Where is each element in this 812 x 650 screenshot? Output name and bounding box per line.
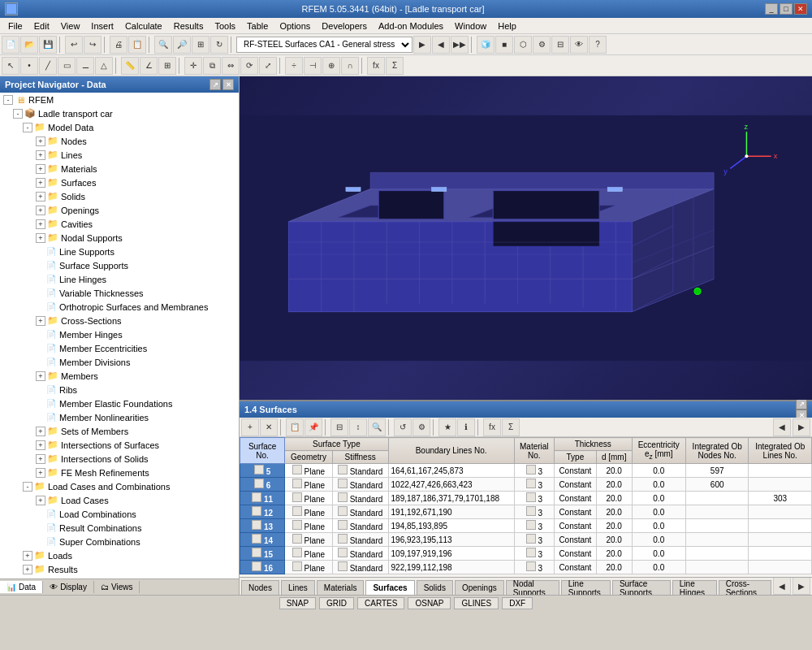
menu-edit[interactable]: Edit <box>29 20 54 32</box>
tab-scroll-left[interactable]: ◀ <box>773 577 791 595</box>
tree-item-materials[interactable]: + 📁 Materials <box>0 162 239 176</box>
expand-materials[interactable]: + <box>36 164 45 174</box>
menu-window[interactable]: Window <box>450 20 491 32</box>
expand-nodes[interactable]: + <box>36 136 45 146</box>
expand-nodal-supports[interactable]: + <box>36 233 45 243</box>
tb-help[interactable]: ? <box>589 36 607 54</box>
menu-file[interactable]: File <box>3 20 28 32</box>
tb-redo[interactable]: ↪ <box>84 36 102 54</box>
panel-float[interactable]: ↗ <box>209 79 221 90</box>
tb2-boolean[interactable]: ∩ <box>341 57 359 75</box>
tb-open[interactable]: 📂 <box>20 36 38 54</box>
tab-solids[interactable]: Solids <box>417 580 453 595</box>
menu-calculate[interactable]: Calculate <box>120 20 167 32</box>
tree-item-surface-supports[interactable]: 📄 Surface Supports <box>0 258 239 272</box>
tree-item-member-nonlinearities[interactable]: 📄 Member Nonlinearities <box>0 410 239 424</box>
dt-next[interactable]: ▶ <box>793 418 810 436</box>
status-grid[interactable]: GRID <box>319 597 354 609</box>
tree-item-nodes[interactable]: + 📁 Nodes <box>0 134 239 148</box>
expand-cavities[interactable]: + <box>36 219 45 229</box>
expand-members[interactable]: + <box>36 371 45 381</box>
expand-rfem[interactable]: - <box>3 95 13 105</box>
tb-render[interactable]: ■ <box>495 36 513 54</box>
tab-openings[interactable]: Openings <box>455 580 504 595</box>
tb2-surface[interactable]: ▭ <box>58 57 76 75</box>
menu-results[interactable]: Results <box>169 20 209 32</box>
expand-ladle[interactable]: - <box>13 109 23 119</box>
expand-sets-members[interactable]: + <box>36 427 45 436</box>
tb2-select[interactable]: ↖ <box>2 57 19 75</box>
tb2-rotate2[interactable]: ⟳ <box>240 57 258 75</box>
tree-item-variable-thicknesses[interactable]: 📄 Variable Thicknesses <box>0 286 239 300</box>
geometry-btn[interactable] <box>292 561 302 571</box>
tree-item-line-supports[interactable]: 📄 Line Supports <box>0 245 239 258</box>
material-btn[interactable] <box>526 534 536 544</box>
tab-materials[interactable]: Materials <box>317 580 365 595</box>
tree-item-ladle[interactable]: - 📦 Ladle transport car <box>0 106 239 120</box>
geometry-btn[interactable] <box>292 520 302 530</box>
material-btn[interactable] <box>526 506 536 516</box>
tb-run[interactable]: ▶ <box>413 36 431 54</box>
close-button[interactable]: ✕ <box>794 3 807 15</box>
tree-item-result-combinations[interactable]: 📄 Result Combinations <box>0 521 239 535</box>
geometry-btn[interactable] <box>292 548 302 557</box>
tb2-formula[interactable]: fx <box>367 57 385 75</box>
menu-developers[interactable]: Developers <box>317 20 372 32</box>
tb2-support[interactable]: △ <box>95 57 113 75</box>
tb-rotate[interactable]: ↻ <box>210 36 228 54</box>
dt-add[interactable]: + <box>241 418 259 436</box>
tab-lines[interactable]: Lines <box>281 580 315 595</box>
geometry-btn[interactable] <box>292 465 302 474</box>
maximize-button[interactable]: □ <box>780 3 793 15</box>
tb-save[interactable]: 💾 <box>39 36 57 54</box>
tab-surface-supports[interactable]: Surface Supports <box>612 580 671 595</box>
tb2-measure[interactable]: 📏 <box>121 57 139 75</box>
tab-line-supports[interactable]: Line Supports <box>561 580 611 595</box>
tab-surfaces[interactable]: Surfaces <box>365 580 414 595</box>
expand-surfaces[interactable]: + <box>36 178 45 188</box>
dt-copy[interactable]: 📋 <box>286 418 304 436</box>
menu-insert[interactable]: Insert <box>86 20 119 32</box>
dt-delete[interactable]: ✕ <box>260 418 278 436</box>
dt-filter[interactable]: ⊟ <box>330 418 348 436</box>
tb2-mirror[interactable]: ⇔ <box>222 57 240 75</box>
stiffness-btn[interactable] <box>338 492 348 502</box>
tree-item-super-combinations[interactable]: 📄 Super Combinations <box>0 535 239 548</box>
tb-show-hide[interactable]: 👁 <box>570 36 588 54</box>
expand-fe-mesh[interactable]: + <box>36 468 45 478</box>
row-expand-btn[interactable] <box>252 520 261 530</box>
module-dropdown[interactable]: RF-STEEL Surfaces CA1 - General stress <box>236 37 412 53</box>
tree-item-member-divisions[interactable]: 📄 Member Divisions <box>0 355 239 369</box>
geometry-btn[interactable] <box>292 492 302 502</box>
material-btn[interactable] <box>526 479 536 488</box>
status-cartes[interactable]: CARTES <box>357 597 404 609</box>
menu-table[interactable]: Table <box>242 20 273 32</box>
menu-addons[interactable]: Add-on Modules <box>374 20 448 32</box>
tree-item-load-cases[interactable]: + 📁 Load Cases <box>0 493 239 507</box>
stiffness-btn[interactable] <box>338 534 348 544</box>
status-snap[interactable]: SNAP <box>279 597 316 609</box>
tree-item-surfaces[interactable]: + 📁 Surfaces <box>0 176 239 189</box>
tb-wire[interactable]: ⬡ <box>514 36 532 54</box>
material-btn[interactable] <box>526 548 536 557</box>
tree-item-load-cases-combo[interactable]: - 📁 Load Cases and Combinations <box>0 479 239 493</box>
tree-item-loads[interactable]: + 📁 Loads <box>0 548 239 562</box>
tab-scroll-right[interactable]: ▶ <box>793 577 810 595</box>
tb2-member[interactable]: ⚊ <box>76 57 94 75</box>
tree-item-member-eccentricities[interactable]: 📄 Member Eccentricities <box>0 341 239 355</box>
dt-formula[interactable]: fx <box>483 418 501 436</box>
tb2-sigma[interactable]: Σ <box>386 57 404 75</box>
row-expand-btn[interactable] <box>252 561 261 571</box>
material-btn[interactable] <box>526 520 536 530</box>
row-expand-btn[interactable] <box>254 479 264 488</box>
tb-zoom-out[interactable]: 🔎 <box>173 36 191 54</box>
tb2-grid[interactable]: ⊞ <box>158 57 176 75</box>
tb2-move[interactable]: ✛ <box>184 57 202 75</box>
tree-item-load-combinations[interactable]: 📄 Load Combinations <box>0 507 239 521</box>
menu-tools[interactable]: Tools <box>209 20 240 32</box>
expand-results[interactable]: + <box>23 565 32 574</box>
tb-3d-view[interactable]: 🧊 <box>477 36 495 54</box>
dt-prev[interactable]: ◀ <box>773 418 791 436</box>
tab-nodal-supports[interactable]: Nodal Supports <box>506 580 559 595</box>
tree-item-cavities[interactable]: + 📁 Cavities <box>0 217 239 231</box>
